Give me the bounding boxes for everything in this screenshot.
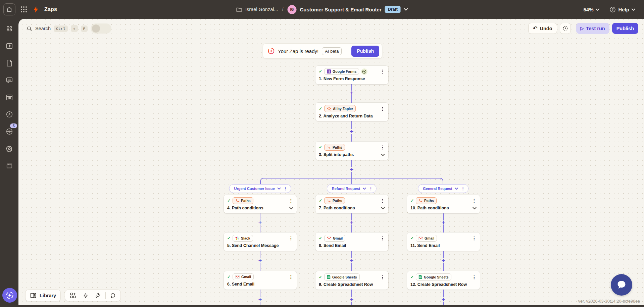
zoom-level-dropdown[interactable]: 54%: [583, 7, 599, 12]
kebab-menu-icon[interactable]: ⋮: [380, 106, 385, 111]
banner-publish-button[interactable]: Publish: [351, 46, 379, 57]
search-icon: [27, 26, 32, 32]
zap-editor-canvas[interactable]: Search Ctrl ⇧ F ↶ Undo ▷ Test run Publis…: [18, 19, 644, 305]
undo-button[interactable]: ↶ Undo: [528, 23, 557, 34]
step-node-3[interactable]: ✓ Paths ⋮ 3. Split into paths: [315, 142, 388, 160]
step-title: 8. Send Email: [319, 243, 346, 248]
check-icon: ✓: [410, 236, 414, 240]
step-node-1[interactable]: ✓ Google Forms ⋮ 1. New Form Response: [315, 66, 388, 84]
kebab-menu-icon[interactable]: ⋮: [289, 236, 293, 241]
add-step-button[interactable]: +: [441, 297, 446, 302]
kebab-menu-icon[interactable]: ⋮: [289, 274, 293, 279]
gmail-icon: [327, 237, 331, 240]
step-title: 11. Send Email: [410, 243, 440, 248]
add-step-button[interactable]: +: [441, 220, 446, 224]
app-switcher-icon[interactable]: [20, 6, 28, 13]
sidebar-item-tables[interactable]: [3, 159, 16, 172]
step-title: 2. Analyze and Return Data: [319, 114, 373, 118]
kebab-menu-icon[interactable]: ⋮: [472, 236, 477, 241]
status-badge: Draft: [385, 6, 401, 13]
chevron-down-icon[interactable]: [404, 8, 408, 11]
gear-icon: [6, 145, 13, 152]
book-icon: [30, 293, 37, 299]
sidebar-item-zaps[interactable]: [3, 22, 16, 36]
breadcrumb-folder[interactable]: Israel Gonzal...: [245, 7, 278, 12]
paths-icon: [235, 199, 239, 203]
app-name: Paths: [333, 199, 342, 203]
home-button[interactable]: [3, 3, 15, 15]
add-step-button[interactable]: +: [349, 220, 354, 224]
top-bar: Zaps Israel Gonzal... / IG Customer Supp…: [0, 0, 644, 19]
add-step-button[interactable]: +: [258, 258, 263, 263]
step-node-8[interactable]: ✓ Gmail ⋮ 8. Send Email: [315, 233, 388, 251]
help-menu[interactable]: Help: [609, 6, 635, 13]
sidebar-item-documents[interactable]: [3, 56, 16, 70]
zap-title[interactable]: Customer Support & Email Router: [300, 7, 381, 12]
canvas-search[interactable]: Search Ctrl ⇧ F: [27, 23, 111, 34]
add-step-button[interactable]: +: [349, 297, 354, 302]
chevron-down-icon[interactable]: [473, 207, 477, 209]
history-timer-button[interactable]: [560, 23, 571, 34]
branch-pill-general[interactable]: General Request ⋮: [418, 184, 468, 193]
add-step-button[interactable]: +: [349, 167, 354, 172]
chevron-down-icon[interactable]: [289, 207, 293, 209]
library-label: Library: [40, 293, 56, 298]
kebab-menu-icon[interactable]: ⋮: [289, 198, 293, 203]
step-title: 3. Split into paths: [319, 152, 354, 157]
add-step-button[interactable]: +: [349, 129, 354, 134]
kebab-menu-icon[interactable]: ⋮: [380, 275, 385, 279]
zap-tools-button[interactable]: [79, 290, 92, 301]
kebab-menu-icon[interactable]: ⋮: [472, 198, 477, 203]
test-run-button[interactable]: ▷ Test run: [576, 23, 609, 34]
message-icon: [6, 76, 13, 84]
sidebar-item-zap-folder[interactable]: [3, 39, 16, 53]
add-block-button[interactable]: [66, 290, 79, 301]
step-node-10[interactable]: ✓ Paths ⋮ 10. Path conditions: [407, 195, 480, 213]
add-step-button[interactable]: +: [349, 91, 354, 95]
sidebar-item-history[interactable]: [3, 108, 16, 121]
step-node-9[interactable]: ✓ Google Sheets ⋮ 9. Create Spreadsheet …: [315, 271, 388, 290]
library-button[interactable]: Library: [25, 290, 61, 301]
build-tools-button[interactable]: [92, 290, 105, 301]
banner-message: Your Zap is ready!: [278, 48, 318, 54]
kebab-menu-icon[interactable]: ⋮: [380, 69, 385, 74]
step-node-2[interactable]: ✓ AI by Zapier ⋮ 2. Analyze and Return D…: [315, 103, 388, 121]
kebab-menu-icon[interactable]: ⋮: [380, 145, 385, 150]
check-icon: ✓: [319, 145, 322, 149]
chevron-down-icon[interactable]: [381, 154, 385, 156]
feedback-button[interactable]: [106, 290, 119, 301]
sidebar-item-messages[interactable]: [3, 73, 16, 87]
branch-pill-urgent[interactable]: Urgent Customer Issue ⋮: [229, 184, 291, 193]
kebab-menu-icon[interactable]: ⋮: [461, 186, 465, 191]
step-node-11[interactable]: ✓ Gmail ⋮ 11. Send Email: [407, 233, 480, 251]
add-step-button[interactable]: +: [349, 258, 354, 263]
chat-widget-button[interactable]: [611, 274, 632, 296]
step-node-4[interactable]: ✓ Paths ⋮ 4. Path conditions: [224, 195, 297, 213]
add-step-button[interactable]: +: [258, 297, 263, 302]
kebab-menu-icon[interactable]: ⋮: [284, 186, 288, 191]
publish-button[interactable]: Publish: [612, 23, 638, 34]
check-icon: ✓: [227, 199, 231, 203]
divider: [105, 292, 106, 299]
branch-pill-refund[interactable]: Refund Request ⋮: [327, 184, 377, 193]
kebab-menu-icon[interactable]: ⋮: [380, 236, 385, 241]
kebab-menu-icon[interactable]: ⋮: [380, 198, 385, 203]
google-forms-icon: [327, 69, 331, 73]
step-node-6[interactable]: ✓ Gmail ⋮ 6. Send Email: [224, 271, 297, 290]
sidebar-item-settings[interactable]: [3, 142, 16, 155]
step-node-5[interactable]: ✓ Slack ⋮ 5. Send Channel Message: [224, 233, 297, 251]
sidebar-item-activity[interactable]: 5: [3, 125, 16, 138]
step-node-7[interactable]: ✓ Paths ⋮ 7. Path conditions: [315, 195, 388, 213]
branch-label: General Request: [423, 187, 452, 191]
add-step-button[interactable]: +: [258, 220, 263, 224]
kebab-menu-icon[interactable]: ⋮: [369, 186, 373, 191]
step-node-12[interactable]: ✓ Google Sheets ⋮ 12. Create Spreadsheet…: [407, 271, 480, 290]
canvas-toggle[interactable]: [91, 23, 111, 34]
assistant-button[interactable]: [2, 288, 17, 303]
lightning-icon: [83, 293, 89, 299]
chevron-down-icon[interactable]: [381, 207, 385, 209]
add-step-button[interactable]: +: [441, 258, 446, 263]
kebab-menu-icon[interactable]: ⋮: [472, 275, 477, 279]
extend-step-icon[interactable]: [361, 68, 367, 75]
sidebar-item-calendar[interactable]: [3, 91, 16, 104]
